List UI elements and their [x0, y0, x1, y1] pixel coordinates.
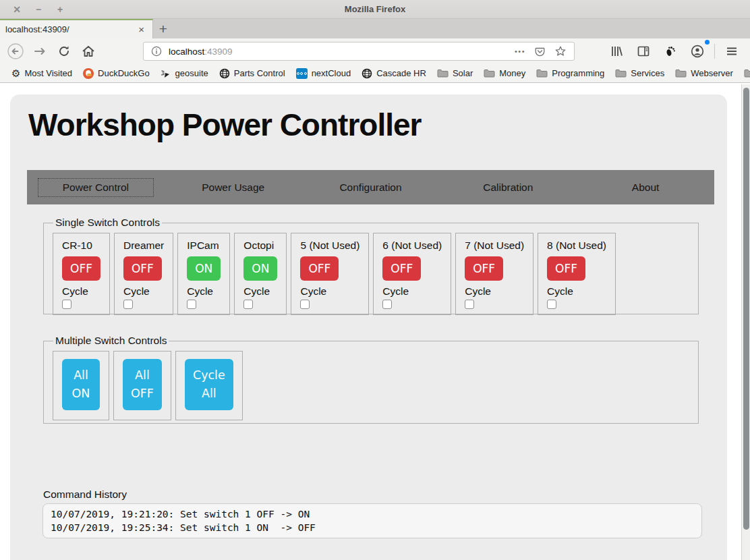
switch-toggle-button[interactable]: OFF — [300, 256, 339, 281]
switch-card-6: 6 (Not Used) OFF Cycle — [373, 233, 451, 315]
switch-name: IPCam — [187, 240, 221, 252]
url-text: localhost:43909 — [169, 47, 508, 57]
switch-toggle-button[interactable]: ON — [187, 256, 221, 281]
cycle-label: Cycle — [465, 285, 524, 298]
switch-name: 6 (Not Used) — [382, 240, 442, 252]
bookmark-parts-control[interactable]: Parts Control — [214, 66, 290, 81]
window-maximize-button[interactable]: + — [54, 1, 66, 18]
switch-toggle-button[interactable]: OFF — [62, 256, 100, 281]
switch-toggle-button[interactable]: OFF — [123, 256, 162, 281]
switch-toggle-button[interactable]: OFF — [382, 256, 421, 281]
cycle-label: Cycle — [187, 285, 221, 298]
folder-icon — [615, 69, 627, 78]
bookmark-duckduckgo[interactable]: DuckDuckGo — [78, 66, 154, 81]
gnome-footprint-icon[interactable] — [660, 41, 681, 61]
cycle-label: Cycle — [123, 285, 164, 298]
bookmark-folder-webserver[interactable]: Webserver — [670, 66, 738, 80]
cycle-label: Cycle — [300, 285, 359, 298]
all-off-button[interactable]: All OFF — [123, 359, 162, 410]
cycle-all-button[interactable]: Cycle All — [185, 359, 233, 410]
new-tab-button[interactable]: + — [153, 19, 173, 38]
cycle-checkbox[interactable] — [547, 300, 556, 309]
bookmark-most-visited[interactable]: ⚙ Most Visited — [7, 66, 77, 80]
nextcloud-icon — [296, 68, 308, 79]
tab-calibration[interactable]: Calibration — [439, 181, 577, 194]
history-entry: 10/07/2019, 19:21:20: Set switch 1 OFF -… — [51, 507, 694, 521]
tab-about[interactable]: About — [577, 181, 714, 194]
folder-icon — [536, 69, 548, 78]
bookmark-star-icon[interactable] — [552, 45, 569, 57]
tab-power-usage[interactable]: Power Usage — [165, 181, 302, 194]
cycle-checkbox[interactable] — [187, 300, 196, 309]
command-history-title: Command History — [43, 488, 127, 501]
cycle-label: Cycle — [547, 285, 606, 298]
switch-card-7: 7 (Not Used) OFF Cycle — [455, 233, 533, 315]
switch-name: 5 (Not Used) — [300, 240, 359, 252]
library-icon[interactable] — [606, 41, 627, 61]
window-close-button[interactable]: ✕ — [11, 1, 23, 18]
switch-name: CR-10 — [62, 240, 100, 252]
bookmark-nextcloud[interactable]: nextCloud — [291, 66, 356, 81]
switch-card-8: 8 (Not Used) OFF Cycle — [538, 233, 616, 315]
cycle-label: Cycle — [62, 285, 100, 298]
cycle-checkbox[interactable] — [300, 300, 310, 309]
url-bar[interactable]: localhost:43909 ••• — [143, 42, 575, 61]
multi-card-all-on: All ON — [53, 351, 109, 420]
menu-hamburger-icon[interactable] — [722, 41, 742, 61]
tab-title: localhost:43909/ — [5, 24, 132, 34]
switch-toggle-button[interactable]: OFF — [547, 256, 585, 281]
page-actions-icon[interactable]: ••• — [513, 47, 527, 55]
bookmark-geosuite[interactable]: geosuite — [156, 66, 213, 81]
cycle-checkbox[interactable] — [382, 300, 392, 309]
switch-card-5: 5 (Not Used) OFF Cycle — [291, 233, 369, 315]
folder-icon — [675, 69, 687, 78]
site-info-icon[interactable] — [149, 46, 164, 57]
command-history-log: 10/07/2019, 19:21:20: Set switch 1 OFF -… — [42, 503, 702, 538]
duckduckgo-icon — [83, 68, 94, 79]
page-panel: Workshop Power Controller Power Control … — [10, 94, 727, 560]
pocket-icon[interactable] — [532, 46, 548, 57]
page-scrollbar[interactable] — [741, 84, 750, 560]
scrollbar-thumb[interactable] — [743, 88, 749, 530]
account-icon[interactable] — [687, 41, 708, 61]
bookmark-folder-services[interactable]: Services — [610, 66, 669, 80]
sidebar-icon[interactable] — [633, 41, 654, 61]
cycle-checkbox[interactable] — [62, 300, 71, 309]
switch-name: Octopi — [243, 240, 277, 252]
switch-card-cr10: CR-10 OFF Cycle — [53, 233, 110, 315]
folder-icon — [437, 69, 449, 78]
cycle-checkbox[interactable] — [243, 300, 253, 309]
single-switch-legend: Single Switch Controls — [53, 217, 162, 229]
switch-toggle-button[interactable]: ON — [243, 256, 277, 281]
switch-toggle-button[interactable]: OFF — [465, 256, 503, 281]
bookmark-cascade-hr[interactable]: Cascade HR — [357, 66, 431, 81]
bookmark-folder-tmp[interactable]: tmp — [739, 66, 750, 80]
page-viewport: Workshop Power Controller Power Control … — [0, 84, 750, 560]
tab-configuration[interactable]: Configuration — [302, 181, 440, 194]
multiple-switch-controls-group: Multiple Switch Controls All ON All OFF … — [43, 335, 699, 424]
window-minimize-button[interactable]: − — [32, 1, 45, 18]
folder-icon — [744, 69, 750, 78]
browser-tab[interactable]: localhost:43909/ × — [0, 19, 153, 38]
cycle-checkbox[interactable] — [465, 300, 474, 309]
cycle-checkbox[interactable] — [123, 300, 133, 309]
bookmark-folder-programming[interactable]: Programming — [531, 66, 609, 80]
reload-button[interactable] — [54, 41, 74, 61]
globe-icon — [362, 68, 372, 79]
history-entry: 10/07/2019, 19:25:34: Set switch 1 ON ->… — [51, 521, 694, 534]
forward-button[interactable] — [30, 41, 50, 61]
bookmark-folder-money[interactable]: Money — [479, 66, 530, 80]
window-title: Mozilla Firefox — [0, 4, 750, 14]
cycle-label: Cycle — [243, 285, 277, 298]
window-titlebar: ✕ − + Mozilla Firefox — [0, 0, 750, 19]
tab-close-icon[interactable]: × — [136, 23, 147, 36]
cycle-label: Cycle — [382, 285, 442, 298]
tab-power-control[interactable]: Power Control — [27, 178, 165, 197]
back-button[interactable] — [5, 41, 26, 61]
switch-card-octopi: Octopi ON Cycle — [234, 233, 287, 315]
page-nav-tabs: Power Control Power Usage Configuration … — [27, 170, 714, 204]
home-button[interactable] — [78, 41, 98, 61]
navigation-toolbar: localhost:43909 ••• — [0, 38, 750, 64]
bookmark-folder-solar[interactable]: Solar — [432, 66, 478, 80]
all-on-button[interactable]: All ON — [62, 359, 100, 410]
